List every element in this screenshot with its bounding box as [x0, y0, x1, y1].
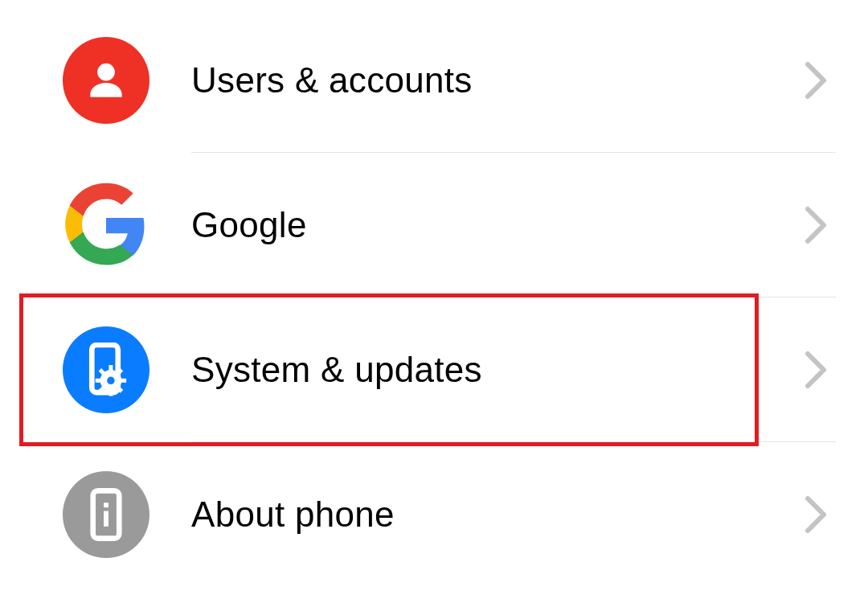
settings-row-label: System & updates	[191, 350, 482, 390]
user-icon	[63, 37, 149, 124]
settings-list: Users & accounts Google	[0, 0, 868, 587]
svg-rect-5	[108, 390, 113, 396]
settings-row-about-phone[interactable]: About phone	[0, 442, 868, 587]
settings-row-label: Users & accounts	[191, 60, 473, 101]
chevron-right-icon	[804, 495, 828, 534]
settings-row-label: Google	[191, 205, 307, 245]
settings-row-system-updates[interactable]: System & updates	[0, 297, 868, 442]
svg-rect-13	[104, 503, 108, 507]
svg-rect-4	[108, 365, 113, 371]
google-icon	[63, 182, 149, 269]
phone-gear-icon	[63, 326, 149, 413]
settings-row-google[interactable]: Google	[0, 153, 868, 297]
settings-row-users-accounts[interactable]: Users & accounts	[0, 8, 868, 153]
chevron-right-icon	[804, 61, 828, 100]
svg-rect-14	[104, 511, 108, 527]
svg-point-3	[107, 377, 114, 384]
chevron-right-icon	[804, 206, 828, 244]
svg-point-0	[97, 64, 115, 81]
chevron-right-icon	[804, 351, 828, 389]
svg-rect-6	[96, 379, 101, 383]
settings-row-label: About phone	[191, 494, 395, 535]
svg-rect-7	[121, 379, 126, 383]
phone-info-icon	[63, 471, 149, 558]
